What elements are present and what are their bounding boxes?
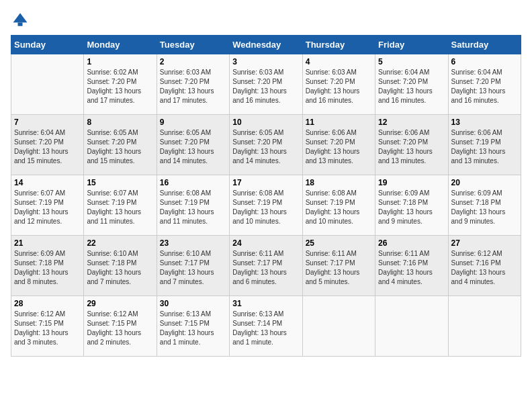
svg-marker-0 xyxy=(13,13,28,23)
calendar-cell xyxy=(302,296,375,357)
day-number: 26 xyxy=(378,238,445,248)
day-number: 19 xyxy=(378,178,445,187)
calendar-cell xyxy=(11,54,84,115)
day-number: 25 xyxy=(306,238,372,248)
day-info: Sunrise: 6:13 AMSunset: 7:14 PMDaylight:… xyxy=(232,310,299,347)
calendar-cell: 31Sunrise: 6:13 AMSunset: 7:14 PMDayligh… xyxy=(230,296,302,357)
calendar-cell: 24Sunrise: 6:11 AMSunset: 7:17 PMDayligh… xyxy=(230,236,302,296)
day-info: Sunrise: 6:12 AMSunset: 7:16 PMDaylight:… xyxy=(451,249,518,287)
calendar-cell: 10Sunrise: 6:05 AMSunset: 7:20 PMDayligh… xyxy=(230,115,302,175)
calendar-cell: 13Sunrise: 6:06 AMSunset: 7:19 PMDayligh… xyxy=(448,115,521,175)
day-number: 24 xyxy=(232,238,299,248)
calendar-cell: 14Sunrise: 6:07 AMSunset: 7:19 PMDayligh… xyxy=(11,175,84,236)
week-row-4: 21Sunrise: 6:09 AMSunset: 7:18 PMDayligh… xyxy=(11,236,521,296)
calendar-cell: 11Sunrise: 6:06 AMSunset: 7:20 PMDayligh… xyxy=(302,115,375,175)
calendar-cell: 5Sunrise: 6:04 AMSunset: 7:20 PMDaylight… xyxy=(375,54,448,115)
day-number: 9 xyxy=(160,118,226,127)
day-info: Sunrise: 6:06 AMSunset: 7:20 PMDaylight:… xyxy=(306,128,372,166)
day-info: Sunrise: 6:08 AMSunset: 7:19 PMDaylight:… xyxy=(160,189,226,226)
day-number: 10 xyxy=(232,118,299,127)
calendar-cell: 6Sunrise: 6:04 AMSunset: 7:20 PMDaylight… xyxy=(448,54,521,115)
calendar-cell: 15Sunrise: 6:07 AMSunset: 7:19 PMDayligh… xyxy=(84,175,157,236)
calendar-cell: 17Sunrise: 6:08 AMSunset: 7:19 PMDayligh… xyxy=(230,175,302,236)
day-number: 7 xyxy=(14,118,81,127)
day-number: 5 xyxy=(378,57,445,66)
calendar-cell: 2Sunrise: 6:03 AMSunset: 7:20 PMDaylight… xyxy=(157,54,229,115)
day-number: 6 xyxy=(451,57,518,66)
day-number: 12 xyxy=(378,118,445,127)
day-info: Sunrise: 6:07 AMSunset: 7:19 PMDaylight:… xyxy=(87,189,153,226)
day-info: Sunrise: 6:09 AMSunset: 7:18 PMDaylight:… xyxy=(14,249,81,287)
header-day-saturday: Saturday xyxy=(448,36,521,54)
day-number: 11 xyxy=(306,118,372,127)
day-number: 16 xyxy=(160,178,226,187)
calendar-cell: 29Sunrise: 6:12 AMSunset: 7:15 PMDayligh… xyxy=(84,296,157,357)
header-day-sunday: Sunday xyxy=(11,36,84,54)
day-number: 23 xyxy=(160,238,226,248)
day-info: Sunrise: 6:11 AMSunset: 7:17 PMDaylight:… xyxy=(232,249,299,287)
day-info: Sunrise: 6:13 AMSunset: 7:15 PMDaylight:… xyxy=(160,310,226,347)
calendar-cell: 30Sunrise: 6:13 AMSunset: 7:15 PMDayligh… xyxy=(157,296,229,357)
calendar-cell: 28Sunrise: 6:12 AMSunset: 7:15 PMDayligh… xyxy=(11,296,84,357)
day-info: Sunrise: 6:05 AMSunset: 7:20 PMDaylight:… xyxy=(87,128,153,166)
week-row-3: 14Sunrise: 6:07 AMSunset: 7:19 PMDayligh… xyxy=(11,175,521,236)
day-info: Sunrise: 6:04 AMSunset: 7:20 PMDaylight:… xyxy=(451,68,518,105)
day-info: Sunrise: 6:03 AMSunset: 7:20 PMDaylight:… xyxy=(232,68,299,105)
day-info: Sunrise: 6:10 AMSunset: 7:17 PMDaylight:… xyxy=(160,249,226,287)
header-day-monday: Monday xyxy=(84,36,157,54)
calendar-cell: 20Sunrise: 6:09 AMSunset: 7:18 PMDayligh… xyxy=(448,175,521,236)
day-info: Sunrise: 6:09 AMSunset: 7:18 PMDaylight:… xyxy=(451,189,518,226)
day-number: 21 xyxy=(14,238,81,248)
calendar-cell: 16Sunrise: 6:08 AMSunset: 7:19 PMDayligh… xyxy=(157,175,229,236)
logo-icon xyxy=(11,11,30,30)
day-number: 13 xyxy=(451,118,518,127)
calendar-cell: 19Sunrise: 6:09 AMSunset: 7:18 PMDayligh… xyxy=(375,175,448,236)
calendar-cell: 12Sunrise: 6:06 AMSunset: 7:20 PMDayligh… xyxy=(375,115,448,175)
day-info: Sunrise: 6:08 AMSunset: 7:19 PMDaylight:… xyxy=(232,189,299,226)
calendar-cell: 1Sunrise: 6:02 AMSunset: 7:20 PMDaylight… xyxy=(84,54,157,115)
day-number: 18 xyxy=(306,178,372,187)
calendar-cell: 26Sunrise: 6:11 AMSunset: 7:16 PMDayligh… xyxy=(375,236,448,296)
day-number: 15 xyxy=(87,178,153,187)
calendar-table: SundayMondayTuesdayWednesdayThursdayFrid… xyxy=(11,35,521,357)
day-info: Sunrise: 6:03 AMSunset: 7:20 PMDaylight:… xyxy=(160,68,226,105)
calendar-cell: 3Sunrise: 6:03 AMSunset: 7:20 PMDaylight… xyxy=(230,54,302,115)
day-number: 22 xyxy=(87,238,153,248)
calendar-cell xyxy=(375,296,448,357)
day-number: 29 xyxy=(87,299,153,308)
calendar-cell: 21Sunrise: 6:09 AMSunset: 7:18 PMDayligh… xyxy=(11,236,84,296)
day-number: 20 xyxy=(451,178,518,187)
day-info: Sunrise: 6:05 AMSunset: 7:20 PMDaylight:… xyxy=(232,128,299,166)
day-number: 17 xyxy=(232,178,299,187)
day-number: 8 xyxy=(87,118,153,127)
day-number: 2 xyxy=(160,57,226,66)
day-info: Sunrise: 6:06 AMSunset: 7:20 PMDaylight:… xyxy=(378,128,445,166)
calendar-cell xyxy=(448,296,521,357)
day-info: Sunrise: 6:06 AMSunset: 7:19 PMDaylight:… xyxy=(451,128,518,166)
calendar-cell: 25Sunrise: 6:11 AMSunset: 7:17 PMDayligh… xyxy=(302,236,375,296)
header xyxy=(11,11,521,30)
day-info: Sunrise: 6:07 AMSunset: 7:19 PMDaylight:… xyxy=(14,189,81,226)
calendar-cell: 23Sunrise: 6:10 AMSunset: 7:17 PMDayligh… xyxy=(157,236,229,296)
day-info: Sunrise: 6:02 AMSunset: 7:20 PMDaylight:… xyxy=(87,68,153,105)
day-number: 30 xyxy=(160,299,226,308)
day-info: Sunrise: 6:12 AMSunset: 7:15 PMDaylight:… xyxy=(87,310,153,347)
header-day-tuesday: Tuesday xyxy=(157,36,229,54)
calendar-cell: 27Sunrise: 6:12 AMSunset: 7:16 PMDayligh… xyxy=(448,236,521,296)
day-number: 14 xyxy=(14,178,81,187)
day-number: 1 xyxy=(87,57,153,66)
day-info: Sunrise: 6:11 AMSunset: 7:17 PMDaylight:… xyxy=(306,249,372,287)
day-number: 4 xyxy=(306,57,372,66)
day-info: Sunrise: 6:04 AMSunset: 7:20 PMDaylight:… xyxy=(14,128,81,166)
day-info: Sunrise: 6:04 AMSunset: 7:20 PMDaylight:… xyxy=(378,68,445,105)
week-row-1: 1Sunrise: 6:02 AMSunset: 7:20 PMDaylight… xyxy=(11,54,521,115)
header-day-thursday: Thursday xyxy=(302,36,375,54)
header-day-wednesday: Wednesday xyxy=(230,36,302,54)
header-day-friday: Friday xyxy=(375,36,448,54)
day-info: Sunrise: 6:08 AMSunset: 7:19 PMDaylight:… xyxy=(306,189,372,226)
calendar-cell: 22Sunrise: 6:10 AMSunset: 7:18 PMDayligh… xyxy=(84,236,157,296)
day-number: 27 xyxy=(451,238,518,248)
header-row: SundayMondayTuesdayWednesdayThursdayFrid… xyxy=(11,36,521,54)
calendar-cell: 4Sunrise: 6:03 AMSunset: 7:20 PMDaylight… xyxy=(302,54,375,115)
week-row-5: 28Sunrise: 6:12 AMSunset: 7:15 PMDayligh… xyxy=(11,296,521,357)
